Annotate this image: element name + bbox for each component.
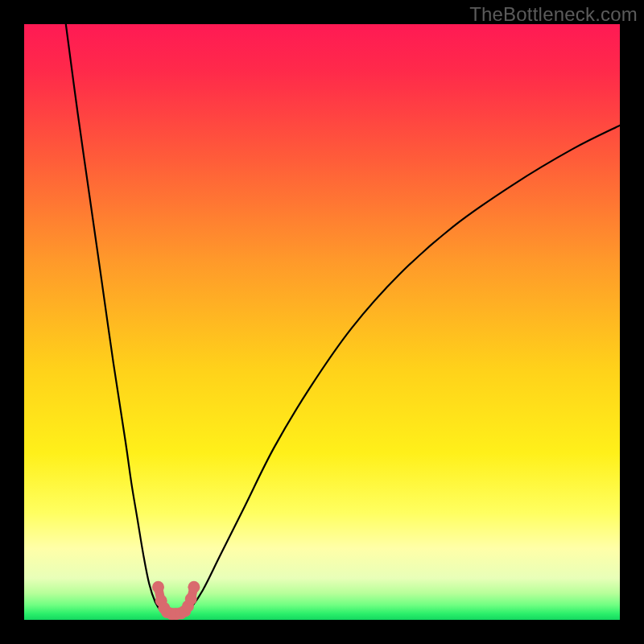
plot-svg bbox=[24, 24, 620, 620]
chart-frame: TheBottleneck.com bbox=[0, 0, 644, 644]
watermark-text: TheBottleneck.com bbox=[469, 3, 638, 26]
marker-dot bbox=[188, 581, 200, 593]
marker-dot bbox=[185, 593, 197, 605]
gradient-background bbox=[24, 24, 620, 620]
plot-area bbox=[24, 24, 620, 620]
marker-dot bbox=[152, 581, 164, 593]
